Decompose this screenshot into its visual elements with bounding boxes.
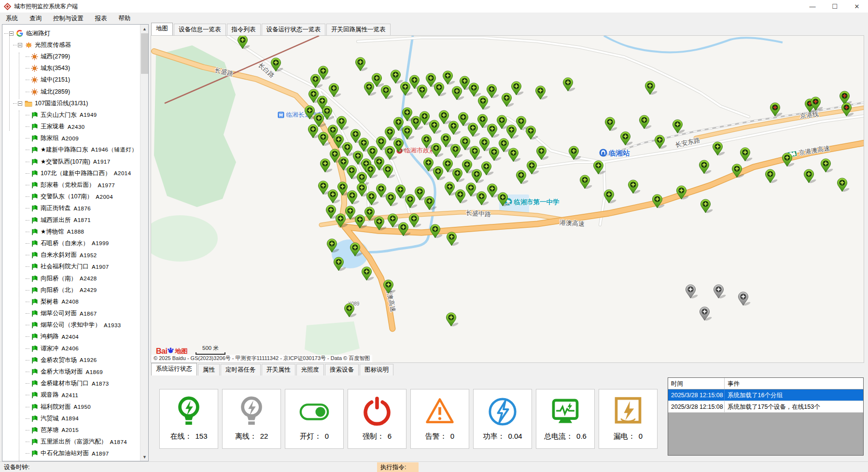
tree-item-device-17[interactable]: 烟草公司对面A1867 [2, 308, 140, 319]
maximize-button[interactable]: ☐ [824, 0, 846, 13]
tab-bottom-3[interactable]: 开关属性 [262, 364, 295, 375]
map-pin-online-138[interactable] [803, 169, 819, 184]
map-pin-online-1[interactable] [270, 57, 286, 73]
map-pin-forced-2[interactable] [810, 97, 826, 112]
map-pin-offline-1[interactable] [713, 284, 728, 300]
menu-item-0[interactable]: 系统 [0, 13, 24, 24]
tree-item-device-11[interactable]: 石咀桥（自来水）A1999 [2, 237, 140, 249]
map-pin-online-144[interactable] [628, 180, 643, 195]
tree-item-device-25[interactable]: 福利院对面A1950 [2, 401, 140, 413]
map-pin-online-26[interactable] [562, 77, 578, 93]
tree-expander[interactable] [9, 31, 14, 36]
map-pin-online-147[interactable] [700, 199, 715, 214]
tab-map-0[interactable]: 地图 [151, 23, 173, 35]
tree-item-device-3[interactable]: ★建新中路路口东A1946（辅道灯） [2, 144, 140, 156]
map-pin-online-114[interactable] [326, 238, 342, 254]
tree-item-device-21[interactable]: 金桥农贸市场A1926 [2, 354, 140, 366]
map-pin-online-128[interactable] [620, 131, 635, 147]
tree-item-device-16[interactable]: 梨树巷A2408 [2, 296, 140, 307]
scroll-thumb[interactable] [141, 33, 148, 74]
scroll-up-arrow[interactable]: ▲ [140, 25, 149, 33]
map-pin-online-129[interactable] [639, 115, 654, 130]
menu-item-2[interactable]: 控制与设置 [47, 13, 89, 24]
status-card-bulb-on[interactable]: 在线：153 [159, 389, 218, 449]
map-pin-online-121[interactable] [344, 303, 359, 319]
event-row-1[interactable]: 2025/3/28 12:15:08系统加载了175个设备，在线153个 [668, 401, 863, 413]
tree-item-sensor-1[interactable]: 城东(3543) [2, 63, 140, 74]
tree-item-device-4[interactable]: ★交警队西(107南)A1917 [2, 156, 140, 167]
tree-item-device-24[interactable]: 观音路A2411 [2, 389, 140, 401]
tree-item-device-27[interactable]: 芭茅塘A2015 [2, 424, 140, 436]
tab-map-3[interactable]: 设备运行状态一览表 [262, 24, 326, 35]
tree-item-device-18[interactable]: 烟草公司（求知中学）A1933 [2, 319, 140, 331]
map-pin-online-134[interactable] [731, 164, 747, 179]
tree-item-sensor-group[interactable]: 光照度传感器 [2, 39, 140, 51]
tree-item-sensor-2[interactable]: 城中(2151) [2, 74, 140, 86]
map-pin-online-94[interactable] [526, 160, 542, 176]
status-card-toggle[interactable]: 开灯：0 [285, 389, 344, 449]
tree-item-device-5[interactable]: 107北（建新中路路口西）A2014 [2, 167, 140, 179]
tree-item-device-0[interactable]: 五尖山大门东A1949 [2, 109, 140, 121]
tree-item-device-6[interactable]: 彭家巷（党校后面）A1977 [2, 179, 140, 191]
event-row-0[interactable]: 2025/3/28 12:15:08系统加载了16个分组 [668, 389, 863, 401]
tree-item-sensor-0[interactable]: 城西(2799) [2, 51, 140, 62]
map-pin-online-142[interactable] [579, 175, 595, 190]
tree-expander[interactable] [18, 101, 22, 106]
tree-item-device-8[interactable]: 南正街转盘A1876 [2, 203, 140, 214]
map-pin-offline-0[interactable] [685, 284, 700, 300]
tab-map-2[interactable]: 指令列表 [227, 24, 261, 35]
tab-bottom-6[interactable]: 图标说明 [360, 364, 393, 375]
status-card-current[interactable]: 总电流：0.6 [536, 389, 595, 449]
map-pin-online-34[interactable] [336, 116, 351, 131]
map-pin-online-127[interactable] [604, 117, 620, 132]
map-pin-offline-3[interactable] [699, 306, 714, 322]
status-card-power-rate[interactable]: 功率：0.04 [473, 389, 532, 449]
map-pin-online-119[interactable] [430, 224, 445, 239]
tab-bottom-4[interactable]: 光照度 [296, 364, 324, 375]
map-pin-online-115[interactable] [350, 242, 365, 258]
tree-item-device-13[interactable]: 社会福利院大门口A1907 [2, 261, 140, 273]
menu-item-3[interactable]: 报表 [89, 13, 113, 24]
menu-item-1[interactable]: 查询 [24, 13, 47, 24]
map-pin-online-57[interactable] [402, 107, 417, 123]
map-pin-online-25[interactable] [535, 85, 550, 101]
scroll-down-arrow[interactable]: ▼ [140, 453, 149, 461]
map-pin-online-136[interactable] [765, 169, 780, 184]
map-pin-online-107[interactable] [424, 196, 439, 211]
status-card-bulb-off[interactable]: 离线：22 [222, 389, 281, 449]
minimize-button[interactable]: — [801, 0, 824, 13]
tab-map-1[interactable]: 设备信息一览表 [174, 24, 226, 35]
tree-item-device-28[interactable]: 五里派出所（富源汽配）A1874 [2, 436, 140, 448]
map-pin-online-79[interactable] [508, 148, 523, 163]
tree-item-device-26[interactable]: 汽贸城A1894 [2, 413, 140, 424]
map-pin-online-130[interactable] [654, 135, 670, 150]
map-pin-online-141[interactable] [593, 160, 608, 176]
map-pin-online-146[interactable] [676, 185, 691, 201]
map-pin-online-143[interactable] [603, 189, 619, 205]
status-card-power[interactable]: 强制：6 [348, 389, 406, 449]
map-pin-online-125[interactable] [333, 257, 349, 272]
close-button[interactable]: ✕ [846, 0, 868, 13]
tree-item-device-23[interactable]: 金桥建材市场门口A1873 [2, 378, 140, 389]
tree-item-device-2[interactable]: 陈家组A2009 [2, 133, 140, 144]
status-card-warning[interactable]: 告警：0 [410, 389, 469, 449]
tab-map-4[interactable]: 开关回路属性一览表 [326, 24, 391, 35]
event-log[interactable]: 时间 事件 2025/3/28 12:15:08系统加载了16个分组2025/3… [668, 377, 864, 456]
map-pin-forced-0[interactable] [770, 102, 785, 118]
tree-item-device-12[interactable]: 自来水斜对面A1952 [2, 250, 140, 261]
tree-item-device-7[interactable]: 交警队东（107南）A2004 [2, 191, 140, 203]
map-pin-online-95[interactable] [536, 146, 551, 161]
map-pin-online-137[interactable] [782, 153, 797, 168]
tree-item-device-19[interactable]: 鸿鹤路A2404 [2, 331, 140, 343]
map-pin-online-124[interactable] [361, 266, 377, 282]
map-canvas[interactable]: 长白路长盛路长盛中路港澳高速G4京港澳高速京港线长安东路京港澳高速X089临湘长… [151, 35, 864, 363]
status-card-leakage[interactable]: 漏电：0 [599, 389, 658, 449]
map-pin-online-24[interactable] [511, 81, 526, 97]
map-pin-online-69[interactable] [525, 125, 541, 141]
map-pin-online-2[interactable] [355, 57, 370, 72]
tree-item-sensor-3[interactable]: 城北(2859) [2, 86, 140, 97]
map-pin-online-30[interactable] [322, 106, 337, 121]
tree-item-device-1[interactable]: 王家珑巷A2430 [2, 121, 140, 133]
map-pin-online-123[interactable] [446, 312, 461, 328]
map-pin-online-22[interactable] [486, 84, 502, 99]
